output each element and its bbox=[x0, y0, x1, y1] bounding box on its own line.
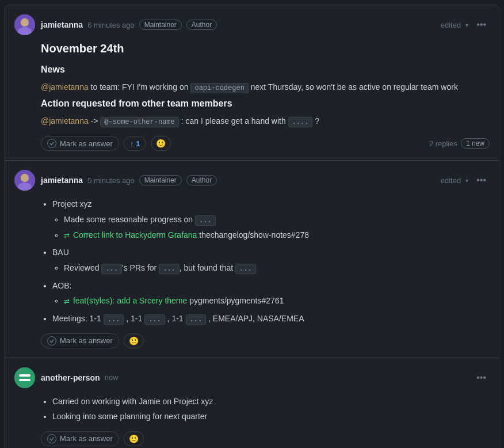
code-dots-1: .... bbox=[288, 117, 313, 127]
pr-icon-1: ⇄ bbox=[64, 231, 70, 240]
upvote-count-1: 1 bbox=[136, 139, 140, 148]
svg-rect-10 bbox=[19, 379, 30, 381]
emoji-button-2[interactable]: 🙂 bbox=[124, 333, 144, 348]
svg-point-3 bbox=[21, 18, 29, 26]
badge-author-2: Author bbox=[186, 175, 217, 185]
username-2: jamietanna bbox=[41, 176, 83, 185]
post-1-content: November 24th News @jamietanna to team: … bbox=[14, 42, 490, 128]
edited-dropdown-2[interactable]: ▾ bbox=[465, 177, 468, 184]
list-item-aob: AOB: ⇄ feat(styles): add a Srcery theme … bbox=[52, 279, 490, 307]
post-2: jamietanna 5 minutes ago Maintainer Auth… bbox=[5, 161, 499, 358]
timestamp-2: 5 minutes ago bbox=[87, 176, 135, 185]
mark-answer-label-2: Mark as answer bbox=[60, 336, 113, 345]
mark-answer-button-2[interactable]: Mark as answer bbox=[41, 333, 119, 348]
list-item-bau: BAU Reviewed ...'s PRs for ..., but foun… bbox=[52, 246, 490, 275]
emoji-button-3[interactable]: 🙂 bbox=[124, 431, 144, 446]
news-heading: News bbox=[41, 64, 490, 75]
check-icon-1 bbox=[47, 139, 56, 148]
code-dots-progress: ... bbox=[195, 215, 216, 226]
mention-jamietanna-1[interactable]: @jamietanna bbox=[41, 82, 89, 92]
list-item-meetings: Meetings: 1-1 ... , 1-1 ... , 1-1 ... , … bbox=[52, 312, 490, 325]
emoji-button-1[interactable]: 🙂 bbox=[151, 136, 171, 151]
action-heading: Action requested from other team members bbox=[41, 98, 490, 109]
action-text-2: ? bbox=[315, 116, 319, 126]
pr-icon-2: ⇄ bbox=[64, 297, 70, 305]
upvote-icon-1: ↑ bbox=[130, 139, 134, 148]
post-2-user-info: jamietanna 5 minutes ago Maintainer Auth… bbox=[41, 175, 441, 185]
code-oapi-codegen: oapi-codegen bbox=[190, 83, 248, 93]
news-paragraph: @jamietanna to team: FYI I'm working on … bbox=[41, 81, 490, 94]
bau-sublist: Reviewed ...'s PRs for ..., but found th… bbox=[52, 261, 490, 275]
post-3-user-info: another-person now bbox=[41, 373, 473, 382]
news-text-1: to team: FYI I'm working on bbox=[91, 82, 191, 92]
post-1: jamietanna 6 minutes ago Maintainer Auth… bbox=[5, 5, 499, 161]
more-button-3[interactable]: ••• bbox=[473, 371, 490, 384]
mark-answer-label-1: Mark as answer bbox=[60, 139, 113, 148]
code-some-other-name: @-some-other-name bbox=[100, 117, 178, 127]
hackyderm-ref: thechangelog/show-notes#278 bbox=[199, 230, 309, 240]
mention-jamietanna-2[interactable]: @jamietanna bbox=[41, 116, 89, 126]
code-dots-reviewed-3: ... bbox=[235, 264, 256, 274]
link-feat-styles[interactable]: feat(styles): add a Srcery theme bbox=[73, 296, 187, 305]
post-3-footer: Mark as answer 🙂 bbox=[14, 431, 490, 446]
post-3: another-person now ••• Carried on workin… bbox=[5, 358, 499, 448]
username-3: another-person bbox=[41, 373, 100, 382]
mark-answer-label-3: Mark as answer bbox=[60, 434, 113, 443]
news-text-2: next Thursday, so won't be as active on … bbox=[251, 82, 458, 92]
code-dots-m1: ... bbox=[104, 314, 124, 325]
timestamp-3: now bbox=[105, 373, 119, 382]
code-dots-m2: ... bbox=[144, 314, 165, 325]
list-item-project-xyz: Project xyz Made some reasonable progres… bbox=[52, 198, 490, 241]
badge-maintainer-1: Maintainer bbox=[139, 20, 182, 30]
more-button-1[interactable]: ••• bbox=[473, 18, 490, 31]
project-xyz-sublist: Made some reasonable progress on ... ⇄ C… bbox=[52, 213, 490, 242]
bau-label: BAU bbox=[52, 248, 69, 257]
more-button-2[interactable]: ••• bbox=[473, 174, 490, 187]
avatar-jamietanna-2 bbox=[14, 170, 35, 191]
aob-label: AOB: bbox=[52, 281, 71, 290]
link-hackyderm[interactable]: Correct link to Hackyderm Grafana bbox=[73, 230, 197, 240]
check-icon-3 bbox=[47, 434, 56, 443]
post-3-list: Carried on working with Jamie on Project… bbox=[41, 395, 490, 423]
svg-rect-8 bbox=[14, 367, 35, 388]
badge-author-1: Author bbox=[186, 20, 217, 30]
post-3-header: another-person now ••• bbox=[14, 367, 490, 388]
list-item-reviewed: Reviewed ...'s PRs for ..., but found th… bbox=[64, 261, 490, 275]
replies-count-1: 2 replies bbox=[429, 139, 457, 148]
project-xyz-label: Project xyz bbox=[52, 199, 91, 208]
action-arrow: -> bbox=[91, 116, 101, 126]
list-item-feat: ⇄ feat(styles): add a Srcery theme pygme… bbox=[64, 294, 490, 307]
aob-sublist: ⇄ feat(styles): add a Srcery theme pygme… bbox=[52, 294, 490, 307]
post-1-user-info: jamietanna 6 minutes ago Maintainer Auth… bbox=[41, 20, 441, 30]
badge-maintainer-2: Maintainer bbox=[139, 175, 182, 185]
svg-rect-9 bbox=[19, 374, 30, 377]
mark-answer-button-1[interactable]: Mark as answer bbox=[41, 136, 119, 151]
post-1-header: jamietanna 6 minutes ago Maintainer Auth… bbox=[14, 14, 490, 35]
post-2-actions: edited ▾ ••• bbox=[441, 174, 490, 187]
post-2-header: jamietanna 5 minutes ago Maintainer Auth… bbox=[14, 170, 490, 191]
post-3-content: Carried on working with Jamie on Project… bbox=[14, 395, 490, 423]
mark-answer-button-3[interactable]: Mark as answer bbox=[41, 431, 119, 446]
post-title-1: November 24th bbox=[41, 42, 490, 55]
code-dots-m3: ... bbox=[186, 314, 207, 325]
replies-info-1: 2 replies 1 new bbox=[429, 138, 490, 149]
post-3-actions: ••• bbox=[473, 371, 490, 384]
timestamp-1: 6 minutes ago bbox=[87, 21, 135, 29]
username-1: jamietanna bbox=[41, 20, 83, 29]
action-text-1: : can I please get a hand with bbox=[181, 116, 288, 126]
post-2-footer: Mark as answer 🙂 bbox=[14, 333, 490, 348]
action-paragraph: @jamietanna -> @-some-other-name : can I… bbox=[41, 115, 490, 128]
new-badge-1: 1 new bbox=[461, 138, 490, 149]
edited-dropdown-1[interactable]: ▾ bbox=[465, 22, 468, 28]
post-1-footer: Mark as answer ↑ 1 🙂 2 replies 1 new bbox=[14, 136, 490, 151]
list-item-carried-on: Carried on working with Jamie on Project… bbox=[52, 395, 490, 408]
thread-container: jamietanna 6 minutes ago Maintainer Auth… bbox=[5, 5, 499, 448]
edited-label-1: edited bbox=[441, 21, 461, 29]
avatar-jamietanna-1 bbox=[14, 14, 35, 35]
check-icon-2 bbox=[47, 336, 56, 346]
upvote-button-1[interactable]: ↑ 1 bbox=[124, 136, 147, 151]
post-2-content: Project xyz Made some reasonable progres… bbox=[14, 198, 490, 325]
pygments-ref: pygments/pygments#2761 bbox=[189, 296, 284, 305]
avatar-another-person bbox=[14, 367, 35, 388]
list-item-planning: Looking into some planning for next quar… bbox=[52, 410, 490, 423]
